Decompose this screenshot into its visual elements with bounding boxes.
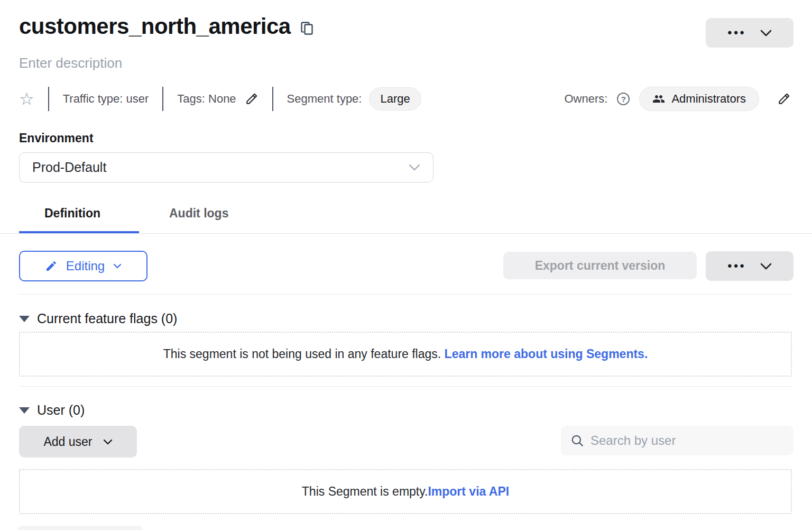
- editing-mode-button[interactable]: Editing: [19, 251, 147, 281]
- meta-separator: [162, 87, 163, 111]
- segment-type-label: Segment type:: [287, 92, 362, 106]
- cut-off-bottom-element: [17, 526, 143, 530]
- export-current-version-button[interactable]: Export current version: [503, 252, 697, 279]
- copy-icon[interactable]: [300, 20, 315, 36]
- tags-label: Tags: None: [177, 92, 236, 106]
- chevron-down-icon: [113, 263, 122, 269]
- pencil-icon: [45, 260, 58, 272]
- owners-label: Owners:: [564, 92, 607, 106]
- add-user-label: Add user: [43, 435, 92, 449]
- toolbar-more-button[interactable]: •••: [706, 251, 793, 281]
- feature-flags-section-header[interactable]: Current feature flags (0): [19, 311, 177, 326]
- tab-audit-logs[interactable]: Audit logs: [169, 206, 228, 221]
- tab-definition[interactable]: Definition: [44, 206, 100, 221]
- environment-select[interactable]: Prod-Default: [19, 152, 433, 182]
- environment-label: Environment: [19, 131, 94, 145]
- segment-empty-text: This Segment is empty.: [302, 485, 428, 499]
- environment-selected-value: Prod-Default: [32, 160, 409, 175]
- collapse-triangle-icon: [19, 316, 30, 322]
- feature-flags-empty-text: This segment is not being used in any fe…: [163, 347, 441, 361]
- header: customers_north_america: [19, 14, 315, 39]
- owners-value: Administrators: [671, 92, 746, 106]
- people-icon: [652, 93, 665, 105]
- owners-row: Owners: ? Administrators: [564, 86, 791, 112]
- meta-separator: [48, 87, 49, 111]
- feature-flags-section-title: Current feature flags (0): [37, 311, 177, 326]
- chevron-down-icon: [760, 263, 772, 270]
- user-section-title: User (0): [37, 403, 85, 418]
- header-more-button[interactable]: •••: [706, 18, 793, 48]
- description-placeholder[interactable]: Enter description: [19, 55, 122, 71]
- import-via-api-link[interactable]: Import via API: [428, 485, 509, 499]
- edit-tags-pencil-icon[interactable]: [245, 92, 259, 106]
- traffic-type-label: Traffic type: user: [63, 92, 149, 106]
- segment-detail-page: customers_north_america ••• Enter descri…: [0, 0, 812, 530]
- add-user-button[interactable]: Add user: [19, 426, 137, 458]
- user-search-box: [561, 426, 793, 455]
- favorite-star-icon[interactable]: ☆: [19, 90, 34, 107]
- segment-type-badge: Large: [369, 87, 421, 111]
- ellipsis-icon: •••: [727, 260, 746, 272]
- edit-owners-pencil-icon[interactable]: [777, 92, 791, 106]
- owners-badge[interactable]: Administrators: [639, 87, 759, 111]
- ellipsis-icon: •••: [727, 27, 746, 39]
- section-divider: [19, 294, 793, 295]
- user-section-header[interactable]: User (0): [19, 403, 85, 418]
- tab-baseline-divider: [0, 233, 812, 234]
- chevron-down-icon: [103, 439, 113, 445]
- page-title: customers_north_america: [19, 14, 291, 39]
- chevron-down-icon: [760, 30, 772, 36]
- meta-row: ☆ Traffic type: user Tags: None Segment …: [19, 86, 421, 112]
- collapse-triangle-icon: [19, 407, 30, 414]
- editing-label: Editing: [66, 259, 105, 273]
- feature-flags-empty-state: This segment is not being used in any fe…: [19, 332, 792, 377]
- help-icon[interactable]: ?: [617, 93, 630, 105]
- search-by-user-input[interactable]: [590, 433, 784, 448]
- chevron-down-icon: [409, 164, 420, 171]
- meta-separator: [272, 87, 273, 111]
- section-divider: [19, 386, 793, 387]
- segment-empty-state: This Segment is empty. Import via API: [19, 469, 792, 514]
- search-icon: [570, 434, 584, 447]
- learn-more-link[interactable]: Learn more about using Segments.: [445, 347, 648, 361]
